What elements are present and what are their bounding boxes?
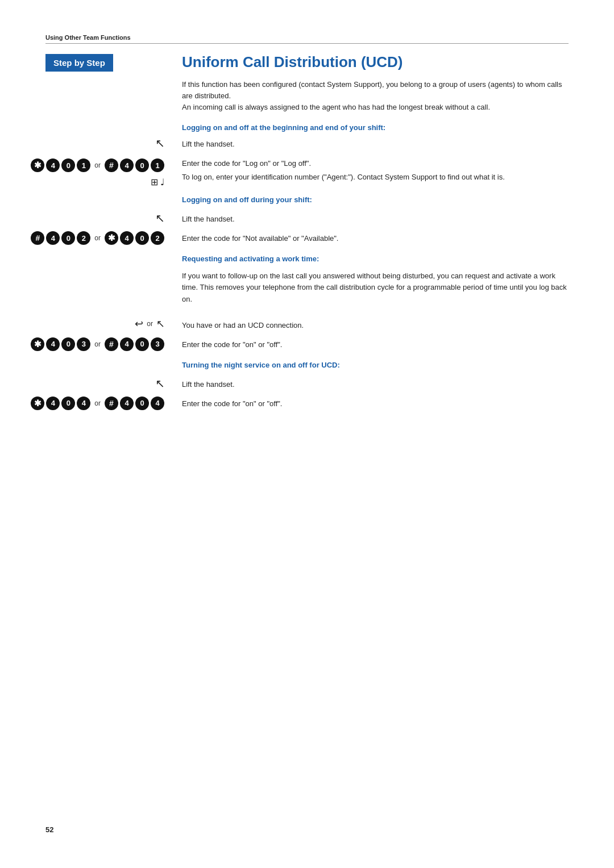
digit-3-3r: 3 (151, 337, 164, 351)
digit-4-3r: 4 (120, 337, 134, 351)
subsection-1-title: Logging on and off at the beginning and … (182, 123, 569, 132)
code-log-on-off-text: Enter the code for "Log on" or "Log off"… (182, 158, 569, 172)
hash-key-4: # (105, 397, 118, 410)
hash-key-3: # (105, 337, 118, 351)
section-header: Using Other Team Functions (45, 34, 569, 44)
ucd-connection-text: You have or had an UCD connection. (176, 320, 569, 331)
page-title: Uniform Call Distribution (UCD) (182, 54, 569, 71)
seq3-left: ✱ 4 0 3 (30, 337, 91, 352)
step-by-step-box: Step by Step (45, 54, 113, 72)
digit-4-4r: 4 (120, 397, 134, 410)
page-number: 52 (45, 825, 53, 834)
note-icon: ♩ (160, 177, 165, 187)
seq2-left: # 4 0 2 (30, 231, 91, 245)
digit-4-4: 4 (77, 397, 90, 410)
digit-2-2: 2 (77, 231, 90, 245)
digit-0-1r: 0 (135, 158, 149, 172)
hash-key-2: # (31, 231, 44, 245)
digit-0-2r: 0 (135, 231, 149, 245)
lift-handset-text-2: Lift the handset. (176, 214, 569, 225)
on-off-text-1: Enter the code for "on" or "off". (176, 339, 569, 350)
digit-4-1r: 4 (120, 158, 134, 172)
star-key-4: ✱ (31, 397, 44, 410)
digit-0-1: 0 (61, 158, 75, 172)
lift-handset-text-1: Lift the handset. (176, 139, 569, 150)
seq1-left: ✱ 4 0 1 (30, 158, 91, 173)
subsection-3-title: Requesting and activating a work time: (176, 253, 569, 265)
handset-lift-icon-2: ↗ (155, 211, 165, 225)
hash-key-1: # (105, 158, 118, 172)
digit-0-4r: 0 (135, 397, 149, 410)
subsection-2-title: Logging on and off during your shift: (176, 194, 569, 206)
digit-0-2: 0 (61, 231, 75, 245)
digit-3-3: 3 (77, 337, 90, 351)
digit-0-4: 0 (61, 397, 75, 410)
seq1-right: # 4 0 1 (104, 158, 165, 173)
digit-1-1: 1 (77, 158, 90, 172)
or-2: or (94, 234, 101, 242)
intro-text: If this function has been configured (co… (182, 79, 569, 113)
digit-0-3: 0 (61, 337, 75, 351)
code-not-avail-text: Enter the code for "Not available" or "A… (176, 233, 569, 244)
seq2-right: ✱ 4 0 2 (104, 231, 165, 245)
handset-lift-icon-1: ↗ (155, 136, 165, 150)
star-key-3: ✱ (31, 337, 44, 351)
or-5: or (94, 399, 101, 407)
straight-arrow-icon: ↗ (156, 318, 165, 330)
handset-lift-icon-3: ↗ (155, 377, 165, 390)
digit-4-2: 4 (46, 231, 60, 245)
or-1: or (94, 161, 101, 169)
on-off-text-2: Enter the code for "on" or "off". (176, 398, 569, 410)
digit-2-2r: 2 (151, 231, 164, 245)
grid-icon: ⊞ (151, 177, 158, 187)
work-time-text: If you want to follow-up on the last cal… (182, 270, 569, 304)
seq3-right: # 4 0 3 (104, 337, 165, 352)
star-key-2: ✱ (105, 231, 118, 245)
digit-4-1: 4 (46, 158, 60, 172)
digit-4-2r: 4 (120, 231, 134, 245)
or-4: or (94, 340, 101, 348)
seq4-left: ✱ 4 0 4 (30, 396, 91, 411)
curved-arrow-icon: ↩ (135, 318, 143, 330)
or-3: or (147, 320, 153, 328)
identification-text: To log on, enter your identification num… (182, 172, 569, 183)
lift-handset-text-3: Lift the handset. (176, 379, 569, 390)
subsection-4-title: Turning the night service on and off for… (176, 360, 569, 371)
star-key-1: ✱ (31, 158, 44, 172)
seq4-right: # 4 0 4 (104, 396, 165, 411)
digit-4-4: 4 (46, 397, 60, 410)
digit-4-4r2: 4 (151, 397, 164, 410)
digit-0-3r: 0 (135, 337, 149, 351)
digit-4-3: 4 (46, 337, 60, 351)
digit-1-1r: 1 (151, 158, 164, 172)
